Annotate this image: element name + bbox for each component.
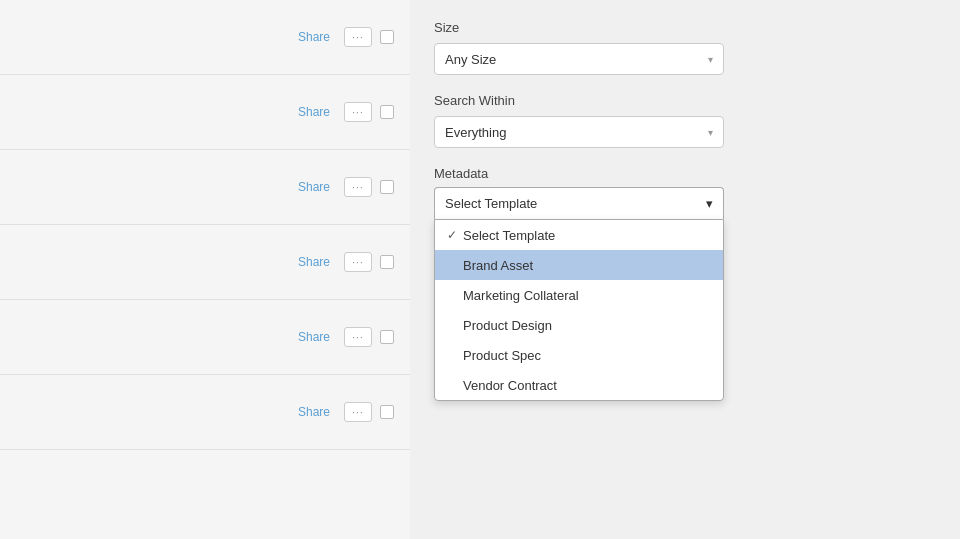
list-row: Share ··· (0, 225, 410, 300)
metadata-dropdown-trigger[interactable]: Select Template ▾ (434, 187, 724, 219)
size-value: Any Size (445, 52, 496, 67)
share-button[interactable]: Share (298, 105, 330, 119)
list-row: Share ··· (0, 75, 410, 150)
dropdown-item-brand-asset[interactable]: Brand Asset (435, 250, 723, 280)
dropdown-item-select-template[interactable]: ✓ Select Template (435, 220, 723, 250)
item-label-brand-asset: Brand Asset (463, 258, 711, 273)
share-button[interactable]: Share (298, 405, 330, 419)
dropdown-item-product-spec[interactable]: Product Spec (435, 340, 723, 370)
dots-button[interactable]: ··· (344, 27, 372, 47)
dots-button[interactable]: ··· (344, 177, 372, 197)
share-button[interactable]: Share (298, 255, 330, 269)
row-checkbox[interactable] (380, 30, 394, 44)
search-within-value: Everything (445, 125, 506, 140)
item-label-product-spec: Product Spec (463, 348, 711, 363)
dropdown-item-product-design[interactable]: Product Design (435, 310, 723, 340)
item-label-select-template: Select Template (463, 228, 711, 243)
left-panel: Share ··· Share ··· Share ··· Share ··· … (0, 0, 410, 539)
dropdown-arrow: ▾ (706, 196, 713, 211)
right-panel: Size Any Size ▾ Search Within Everything… (410, 0, 960, 539)
dots-button[interactable]: ··· (344, 327, 372, 347)
dropdown-trigger-text: Select Template (445, 196, 537, 211)
share-button[interactable]: Share (298, 180, 330, 194)
list-row: Share ··· (0, 150, 410, 225)
item-label-product-design: Product Design (463, 318, 711, 333)
share-button[interactable]: Share (298, 30, 330, 44)
dots-button[interactable]: ··· (344, 402, 372, 422)
dots-button[interactable]: ··· (344, 102, 372, 122)
list-row: Share ··· (0, 0, 410, 75)
share-button[interactable]: Share (298, 330, 330, 344)
item-label-marketing-collateral: Marketing Collateral (463, 288, 711, 303)
dropdown-menu: ✓ Select Template Brand Asset Marketing … (434, 219, 724, 401)
search-within-select[interactable]: Everything ▾ (434, 116, 724, 148)
item-label-vendor-contract: Vendor Contract (463, 378, 711, 393)
size-select[interactable]: Any Size ▾ (434, 43, 724, 75)
search-within-arrow: ▾ (708, 127, 713, 138)
row-checkbox[interactable] (380, 330, 394, 344)
dropdown-item-vendor-contract[interactable]: Vendor Contract (435, 370, 723, 400)
size-arrow: ▾ (708, 54, 713, 65)
list-row: Share ··· (0, 375, 410, 450)
row-checkbox[interactable] (380, 105, 394, 119)
dots-button[interactable]: ··· (344, 252, 372, 272)
dropdown-item-marketing-collateral[interactable]: Marketing Collateral (435, 280, 723, 310)
checkmark-select-template: ✓ (447, 228, 463, 242)
row-checkbox[interactable] (380, 405, 394, 419)
list-row: Share ··· (0, 300, 410, 375)
metadata-dropdown-container: Select Template ▾ ✓ Select Template Bran… (434, 187, 724, 219)
row-checkbox[interactable] (380, 180, 394, 194)
row-checkbox[interactable] (380, 255, 394, 269)
search-within-label: Search Within (434, 93, 936, 108)
size-label: Size (434, 20, 936, 35)
metadata-label: Metadata (434, 166, 936, 181)
